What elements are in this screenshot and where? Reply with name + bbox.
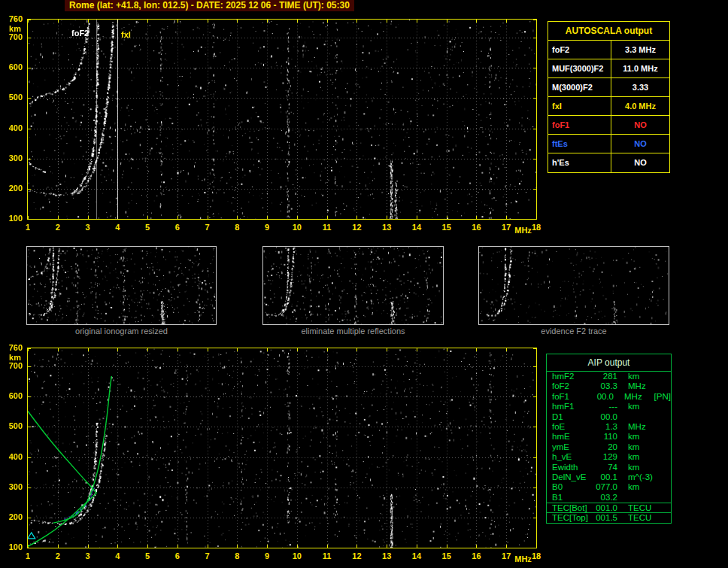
x-axis-tick-label: 12 xyxy=(345,551,368,560)
aip-param-value: 001.5 xyxy=(590,513,617,522)
aip-param-value: 281 xyxy=(590,372,617,381)
y-axis-unit-label: km xyxy=(0,24,21,33)
aip-row: h_vE129km xyxy=(547,452,671,462)
aip-param-extra xyxy=(660,472,671,482)
thumbnail-caption-multiples: eliminate multiple reflections xyxy=(262,327,444,336)
x-axis-tick-label: 2 xyxy=(47,223,69,232)
aip-param-unit: TECU xyxy=(617,503,660,512)
autoscala-param-label: foF1 xyxy=(548,116,611,134)
thumbnail-multiples-removed xyxy=(262,246,444,325)
aip-param-name: DelN_vE xyxy=(547,472,590,482)
x-axis-tick-label: 1 xyxy=(17,223,39,232)
aip-param-name: foF2 xyxy=(547,381,590,391)
x-axis-tick-label: 7 xyxy=(196,551,219,560)
aip-param-unit: km xyxy=(617,463,660,472)
aip-param-unit: MHz xyxy=(614,392,654,402)
aip-param-value: 00.1 xyxy=(590,472,617,482)
aip-table-body: hmF2281kmfoF203.3MHzfoF100.0MHz[PN]hmF1-… xyxy=(547,372,671,503)
autoscala-row: foF1NO xyxy=(548,116,669,135)
x-axis-tick-label: 3 xyxy=(77,551,99,560)
y-axis-tick-label: 760 xyxy=(0,14,23,23)
autoscala-param-label: fxI xyxy=(548,97,611,115)
autoscala-param-label: M(3000)F2 xyxy=(548,78,611,96)
aip-row: ymE20km xyxy=(547,442,671,452)
y-axis-tick-label: 200 xyxy=(0,184,23,193)
aip-output-table: AIP output hmF2281kmfoF203.3MHzfoF100.0M… xyxy=(546,354,672,524)
thumbnail-caption-original: original ionogram resized xyxy=(26,327,217,336)
aip-param-extra xyxy=(660,482,671,492)
y-axis-tick-label: 700 xyxy=(0,32,23,41)
aip-param-extra xyxy=(660,422,671,432)
aip-row: D100.0 xyxy=(547,412,671,422)
x-axis-tick-label: 4 xyxy=(106,551,129,560)
aip-tec-row: TEC[Top]001.5TECU xyxy=(547,512,671,522)
aip-param-name: TEC[Bot] xyxy=(547,503,590,512)
y-axis-tick-label: 100 xyxy=(0,214,23,223)
y-axis-tick-label: 500 xyxy=(0,93,23,102)
ionogram-plot-profile xyxy=(27,348,537,548)
fxI-marker-label: fxI xyxy=(121,30,131,39)
aip-param-extra xyxy=(660,432,671,442)
autoscala-row: M(3000)F23.33 xyxy=(548,78,669,97)
aip-param-unit: km xyxy=(617,452,660,462)
aip-param-extra xyxy=(660,412,671,422)
thumbnail-f2-canvas xyxy=(479,247,669,324)
aip-param-extra xyxy=(660,463,671,472)
aip-row: foF203.3MHz xyxy=(547,381,671,391)
x-axis-tick-label: 5 xyxy=(136,223,159,232)
y-axis-tick-label: 400 xyxy=(0,452,23,461)
x-axis-tick-label: 16 xyxy=(465,551,487,560)
x-axis-tick-label: 16 xyxy=(465,223,487,232)
aip-param-value: 110 xyxy=(590,432,617,442)
aip-param-value: 1.3 xyxy=(590,422,617,432)
aip-param-extra xyxy=(660,381,671,391)
aip-param-value: 00.0 xyxy=(590,412,617,422)
autoscala-param-label: foF2 xyxy=(548,41,611,59)
x-axis-tick-label: 11 xyxy=(316,551,338,560)
x-axis-tick-label: 9 xyxy=(256,223,278,232)
aip-row: hmF2281km xyxy=(547,372,671,381)
x-axis-tick-label: 2 xyxy=(47,551,69,560)
autoscala-param-value: 3.3 MHz xyxy=(611,41,669,59)
y-axis-tick-label: 100 xyxy=(0,542,23,551)
thumbnail-original-canvas xyxy=(27,247,216,324)
aip-param-name: TEC[Top] xyxy=(547,513,590,522)
y-axis-tick-label: 760 xyxy=(0,343,23,352)
autoscala-table-body: foF23.3 MHzMUF(3000)F211.0 MHzM(3000)F23… xyxy=(548,41,669,172)
y-axis-tick-label: 600 xyxy=(0,62,23,71)
x-axis-tick-label: 3 xyxy=(77,223,99,232)
aip-param-value: 03.3 xyxy=(590,381,617,391)
thumbnail-f2-trace xyxy=(478,246,669,325)
x-axis-tick-label: 11 xyxy=(316,223,338,232)
aip-row: B103.2 xyxy=(547,493,671,503)
aip-param-unit: m^(-3) xyxy=(617,472,660,482)
x-axis-tick-label: 13 xyxy=(375,551,398,560)
aip-param-unit: MHz xyxy=(617,381,660,391)
aip-param-unit: MHz xyxy=(617,422,660,432)
aip-table-title: AIP output xyxy=(547,354,671,372)
thumbnail-caption-f2: evidence F2 trace xyxy=(478,327,669,336)
y-axis-tick-label: 400 xyxy=(0,123,23,132)
y-axis-tick-label: 300 xyxy=(0,482,23,491)
autoscala-param-value: 3.33 xyxy=(611,78,669,96)
x-axis-tick-label: 10 xyxy=(286,551,308,560)
aip-param-name: hmE xyxy=(547,432,590,442)
aip-param-unit: km xyxy=(617,372,660,381)
autoscala-param-value: 4.0 MHz xyxy=(611,97,669,115)
aip-row: Ewidth74km xyxy=(547,463,671,472)
autoscala-row: ftEsNO xyxy=(548,135,669,153)
autoscala-table-title: AUTOSCALA output xyxy=(548,22,669,41)
aip-param-name: foF1 xyxy=(547,392,588,402)
x-axis-tick-label: 5 xyxy=(136,551,159,560)
x-axis-tick-label: 13 xyxy=(375,223,398,232)
foF2-marker-label: foF2 xyxy=(71,29,89,38)
x-axis-tick-label: 8 xyxy=(226,223,248,232)
aip-param-name: Ewidth xyxy=(547,463,590,472)
x-axis-tick-label: 6 xyxy=(166,223,189,232)
aip-row: foF100.0MHz[PN] xyxy=(547,392,671,402)
autoscala-param-value: NO xyxy=(611,116,669,134)
autoscala-param-value: NO xyxy=(611,153,669,172)
aip-param-name: h_vE xyxy=(547,452,590,462)
thumbnail-original-ionogram xyxy=(26,246,217,325)
autoscala-param-value: 11.0 MHz xyxy=(611,59,669,77)
